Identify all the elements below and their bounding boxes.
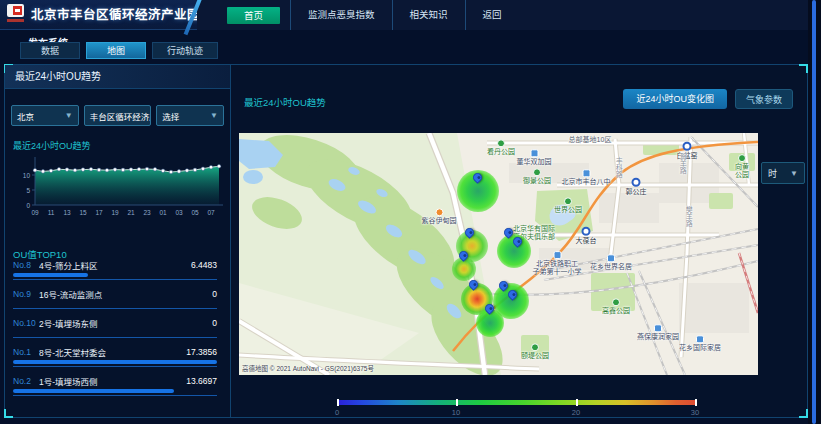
left-panel-title: 最近24小时OU趋势 xyxy=(5,65,230,89)
ou-bar-track xyxy=(13,360,217,364)
map-basemap xyxy=(239,133,758,375)
svg-text:09: 09 xyxy=(31,209,39,216)
top-nav: 首页监测点恶臭指数相关知识返回 xyxy=(197,0,821,30)
ou-top-row-line: No.21号-填埋场西侧13.6697 xyxy=(5,375,230,387)
ou-progress-bar xyxy=(13,389,174,393)
ou-top-row-4[interactable]: No.21号-填埋场西侧13.6697 xyxy=(5,375,230,404)
filter-select-value: 选择 xyxy=(162,110,179,122)
ou-top-row-line: No.18号-北天堂村委会17.3856 xyxy=(5,346,230,358)
nav-item-1[interactable]: 监测点恶臭指数 xyxy=(290,0,392,30)
filter-select-2[interactable]: 选择▼ xyxy=(156,105,224,126)
svg-text:05: 05 xyxy=(191,209,199,216)
svg-text:0: 0 xyxy=(26,202,30,209)
filter-select-1[interactable]: 丰台区循环经济产▼ xyxy=(84,105,152,126)
app-logo-icon xyxy=(7,4,26,25)
chevron-down-icon: ▼ xyxy=(65,111,73,120)
ou-top-row-1[interactable]: No.916号-流动监测点0 xyxy=(5,288,230,317)
color-scale-gradient xyxy=(337,400,697,405)
svg-text:23: 23 xyxy=(143,209,151,216)
chevron-down-icon: ▼ xyxy=(210,111,218,120)
time-unit-value: 时 xyxy=(768,167,777,180)
color-scale-tick xyxy=(576,399,578,406)
tab-2[interactable]: 行动轨迹 xyxy=(152,42,218,59)
ou-bar-track xyxy=(13,302,217,306)
ou-site-value: 0 xyxy=(212,318,217,328)
color-scale-tick xyxy=(337,399,339,406)
ou-color-scale: 0102030 xyxy=(337,400,697,405)
ou-site-name: 8号-北天堂村委会 xyxy=(39,346,186,358)
ou-site-value: 6.4483 xyxy=(191,260,217,270)
time-unit-select[interactable]: 时 ▼ xyxy=(761,162,805,184)
nav-item-0[interactable]: 首页 xyxy=(227,7,280,24)
color-scale-tick xyxy=(456,399,458,406)
nav-item-3[interactable]: 返回 xyxy=(465,0,519,30)
color-scale-tick-label: 10 xyxy=(452,408,460,417)
svg-text:01: 01 xyxy=(159,209,167,216)
map-button-row: 近24小时OU变化图气象参数 xyxy=(623,89,793,109)
svg-text:11: 11 xyxy=(48,209,55,216)
ou-row-divider xyxy=(13,279,217,280)
svg-text:21: 21 xyxy=(127,209,135,216)
color-scale-tick-label: 20 xyxy=(572,408,580,417)
map-section-title: 最近24小时OU趋势 xyxy=(244,95,326,109)
left-panel: 最近24小时OU趋势 北京▼丰台区循环经济产▼选择▼ 最近24小时OU趋势 05… xyxy=(5,65,231,417)
ou-row-divider xyxy=(13,337,217,338)
ou-top-row-2[interactable]: No.102号-填埋场东侧0 xyxy=(5,317,230,346)
ou-progress-bar xyxy=(13,360,217,364)
map-button-0[interactable]: 近24小时OU变化图 xyxy=(623,89,727,109)
svg-text:15: 15 xyxy=(79,209,87,216)
ou-rank-label: No.2 xyxy=(13,376,39,386)
svg-text:19: 19 xyxy=(111,209,119,216)
svg-text:03: 03 xyxy=(175,209,183,216)
ou-site-value: 17.3856 xyxy=(186,347,217,357)
map-canvas[interactable]: 看丹公园总部基地10区董华双加园御景公园北京市丰台八中世界公园郭公庄白盆窑向黄公… xyxy=(239,133,758,375)
ou-rank-label: No.8 xyxy=(13,260,39,270)
map-panel: 最近24小时OU趋势 近24小时OU变化图气象参数 xyxy=(231,65,807,417)
ou-site-value: 0 xyxy=(212,289,217,299)
tab-0[interactable]: 数据 xyxy=(20,42,80,59)
ou-progress-bar xyxy=(13,273,88,277)
ou-top-row-line: No.102号-填埋场东侧0 xyxy=(5,317,230,329)
tab-1[interactable]: 地图 xyxy=(86,42,146,59)
app-root: 北京市丰台区循环经济产业园大气恶臭状况实时 首页监测点恶臭指数相关知识返回 发布… xyxy=(0,0,821,424)
ou-row-divider xyxy=(13,395,217,396)
header: 北京市丰台区循环经济产业园大气恶臭状况实时 首页监测点恶臭指数相关知识返回 xyxy=(0,0,821,30)
ou-top-row-0[interactable]: No.84号-筛分上料区6.4483 xyxy=(5,259,230,288)
vertical-scrollbar[interactable] xyxy=(812,0,816,424)
ou-bar-track xyxy=(13,331,217,335)
ou-row-divider xyxy=(13,366,217,367)
view-tabs: 数据地图行动轨迹 xyxy=(20,42,218,59)
ou-site-name: 4号-筛分上料区 xyxy=(39,259,191,271)
svg-text:10: 10 xyxy=(23,172,31,179)
nav-item-2[interactable]: 相关知识 xyxy=(392,0,465,30)
chevron-down-icon: ▼ xyxy=(790,169,798,178)
filter-select-value: 北京 xyxy=(17,110,34,122)
ou-row-divider xyxy=(13,308,217,309)
svg-text:07: 07 xyxy=(207,209,215,216)
color-scale-tick-label: 30 xyxy=(691,408,699,417)
filter-select-value: 丰台区循环经济产 xyxy=(90,110,152,122)
ou-rank-label: No.1 xyxy=(13,347,39,357)
ou-rank-label: No.10 xyxy=(13,318,39,328)
color-scale-tick xyxy=(695,399,697,406)
map-button-1[interactable]: 气象参数 xyxy=(735,89,793,109)
map-attribution: 高德地图 © 2021 AutoNavi - GS(2021)6375号 xyxy=(242,363,374,373)
ou-site-name: 2号-填埋场东侧 xyxy=(39,317,212,329)
filter-select-0[interactable]: 北京▼ xyxy=(11,105,79,126)
ou-bar-track xyxy=(13,273,217,277)
svg-text:5: 5 xyxy=(26,187,30,194)
svg-text:17: 17 xyxy=(95,209,103,216)
ou-bar-track xyxy=(13,389,217,393)
ou-top-row-line: No.916号-流动监测点0 xyxy=(5,288,230,300)
ou-top-row-3[interactable]: No.18号-北天堂村委会17.3856 xyxy=(5,346,230,375)
ou-trend-chart: 0510091113151719212301030507 xyxy=(7,149,229,227)
svg-text:13: 13 xyxy=(63,209,71,216)
ou-site-value: 13.6697 xyxy=(186,376,217,386)
ou-site-name: 1号-填埋场西侧 xyxy=(39,375,186,387)
main-panel: 最近24小时OU趋势 北京▼丰台区循环经济产▼选择▼ 最近24小时OU趋势 05… xyxy=(4,64,808,418)
ou-rank-label: No.9 xyxy=(13,289,39,299)
ou-top-row-line: No.84号-筛分上料区6.4483 xyxy=(5,259,230,271)
ou-top-list: No.84号-筛分上料区6.4483No.916号-流动监测点0No.102号-… xyxy=(5,259,230,404)
color-scale-tick-label: 0 xyxy=(335,408,339,417)
ou-site-name: 16号-流动监测点 xyxy=(39,288,212,300)
